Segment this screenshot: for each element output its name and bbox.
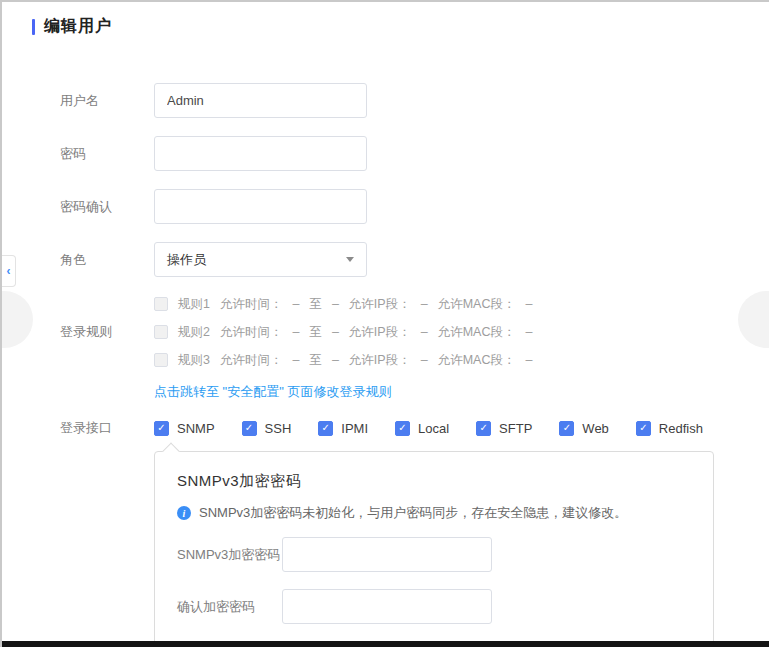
- role-select[interactable]: 操作员: [154, 242, 367, 277]
- window-bottom-edge: [2, 641, 769, 647]
- rule-ip-label: 允许IP段：: [349, 324, 411, 341]
- rule-mac-value: –: [525, 297, 532, 311]
- rule-to-word: 至: [309, 324, 322, 341]
- edit-user-form: 用户名 密码 密码确认 角色 操作员 登录规则 规则1 允许时间: [2, 83, 769, 647]
- form-row-snmpv3-password-confirm: 确认加密密码: [177, 589, 691, 624]
- rule-mac-label: 允许MAC段：: [438, 324, 516, 341]
- login-rule-row: 规则2 允许时间： – 至 – 允许IP段： – 允许MAC段： –: [154, 323, 532, 341]
- ssh-checkbox[interactable]: [242, 421, 257, 436]
- rule-time-from: –: [292, 325, 299, 339]
- local-checkbox[interactable]: [395, 421, 410, 436]
- rule-time-label: 允许时间：: [220, 296, 283, 313]
- password-input[interactable]: [154, 136, 367, 171]
- sftp-checkbox[interactable]: [476, 421, 491, 436]
- interface-option-label: Web: [582, 421, 609, 436]
- chevron-left-icon: ‹: [7, 265, 11, 277]
- rule-ip-label: 允许IP段：: [349, 296, 411, 313]
- rule-ip-value: –: [421, 325, 428, 339]
- interface-option-ssh[interactable]: SSH: [242, 421, 292, 436]
- password-confirm-label: 密码确认: [60, 198, 154, 216]
- rule3-checkbox[interactable]: [154, 353, 168, 367]
- edit-user-page: 编辑用户 用户名 密码 密码确认 角色 操作员 登录规则: [0, 0, 769, 647]
- interface-option-label: SFTP: [499, 421, 532, 436]
- login-rule-row: 规则3 允许时间： – 至 – 允许IP段： – 允许MAC段： –: [154, 351, 532, 369]
- interface-option-redfish[interactable]: Redfish: [636, 421, 703, 436]
- chevron-left-icon: ‹: [0, 306, 2, 334]
- web-checkbox[interactable]: [559, 421, 574, 436]
- rule-ip-value: –: [421, 297, 428, 311]
- security-config-link[interactable]: 点击跳转至 "安全配置" 页面修改登录规则: [154, 383, 532, 401]
- role-label: 角色: [60, 251, 154, 269]
- interface-option-snmp[interactable]: SNMP: [154, 421, 215, 436]
- rule-name: 规则2: [178, 324, 210, 341]
- login-rules-list: 规则1 允许时间： – 至 – 允许IP段： – 允许MAC段： – 规则2 允…: [154, 295, 532, 401]
- snmpv3-password-label: SNMPv3加密密码: [177, 546, 282, 564]
- popover-caret: [163, 443, 180, 460]
- login-interfaces-label: 登录接口: [60, 419, 154, 437]
- snmpv3-panel-title: SNMPv3加密密码: [177, 472, 691, 491]
- form-row-login-interfaces: 登录接口 SNMP SSH IPMI Local: [60, 419, 769, 437]
- sidebar-collapse-toggle[interactable]: ‹: [2, 255, 16, 287]
- snmpv3-password-input[interactable]: [282, 537, 492, 572]
- rule-mac-value: –: [525, 325, 532, 339]
- rule-time-to: –: [332, 297, 339, 311]
- rule-time-label: 允许时间：: [220, 324, 283, 341]
- login-interfaces-group: SNMP SSH IPMI Local SFTP: [154, 421, 703, 436]
- form-row-password: 密码: [60, 136, 769, 171]
- page-title: 编辑用户: [44, 16, 112, 37]
- form-row-login-rules: 登录规则 规则1 允许时间： – 至 – 允许IP段： – 允许MAC段： – …: [60, 295, 769, 401]
- rule-mac-label: 允许MAC段：: [438, 352, 516, 369]
- rule-to-word: 至: [309, 296, 322, 313]
- rule-mac-label: 允许MAC段：: [438, 296, 516, 313]
- info-icon: i: [177, 506, 191, 520]
- rule-time-label: 允许时间：: [220, 352, 283, 369]
- rule-time-to: –: [332, 353, 339, 367]
- snmpv3-password-confirm-label: 确认加密密码: [177, 598, 282, 616]
- interface-option-label: IPMI: [341, 421, 368, 436]
- form-row-password-confirm: 密码确认: [60, 189, 769, 224]
- username-label: 用户名: [60, 92, 154, 110]
- rule2-checkbox[interactable]: [154, 325, 168, 339]
- snmpv3-panel: SNMPv3加密密码 i SNMPv3加密密码未初始化，与用户密码同步，存在安全…: [154, 451, 714, 647]
- rule1-checkbox[interactable]: [154, 297, 168, 311]
- password-confirm-input[interactable]: [154, 189, 367, 224]
- interface-option-label: Redfish: [659, 421, 703, 436]
- interface-option-label: SNMP: [177, 421, 215, 436]
- snmp-checkbox[interactable]: [154, 421, 169, 436]
- login-rule-row: 规则1 允许时间： – 至 – 允许IP段： – 允许MAC段： –: [154, 295, 532, 313]
- page-header: 编辑用户: [2, 2, 769, 37]
- rule-name: 规则1: [178, 296, 210, 313]
- rule-time-from: –: [292, 353, 299, 367]
- password-label: 密码: [60, 145, 154, 163]
- chevron-down-icon: [346, 257, 354, 262]
- login-rules-label: 登录规则: [60, 323, 154, 341]
- interface-option-web[interactable]: Web: [559, 421, 609, 436]
- snmpv3-notice: i SNMPv3加密密码未初始化，与用户密码同步，存在安全隐患，建议修改。: [177, 504, 691, 522]
- snmpv3-notice-text: SNMPv3加密密码未初始化，与用户密码同步，存在安全隐患，建议修改。: [199, 504, 627, 522]
- form-row-snmpv3-password: SNMPv3加密密码: [177, 537, 691, 572]
- title-accent-bar: [32, 19, 35, 35]
- rule-time-from: –: [292, 297, 299, 311]
- rule-name: 规则3: [178, 352, 210, 369]
- rule-ip-label: 允许IP段：: [349, 352, 411, 369]
- interface-option-ipmi[interactable]: IPMI: [318, 421, 368, 436]
- rule-mac-value: –: [525, 353, 532, 367]
- ipmi-checkbox[interactable]: [318, 421, 333, 436]
- interface-option-local[interactable]: Local: [395, 421, 449, 436]
- username-input[interactable]: [154, 83, 367, 118]
- interface-option-sftp[interactable]: SFTP: [476, 421, 532, 436]
- interface-option-label: Local: [418, 421, 449, 436]
- role-selected-value: 操作员: [167, 251, 206, 269]
- snmpv3-password-confirm-input[interactable]: [282, 589, 492, 624]
- rule-to-word: 至: [309, 352, 322, 369]
- interface-option-label: SSH: [265, 421, 292, 436]
- rule-ip-value: –: [421, 353, 428, 367]
- redfish-checkbox[interactable]: [636, 421, 651, 436]
- form-row-username: 用户名: [60, 83, 769, 118]
- rule-time-to: –: [332, 325, 339, 339]
- form-row-role: 角色 操作员: [60, 242, 769, 277]
